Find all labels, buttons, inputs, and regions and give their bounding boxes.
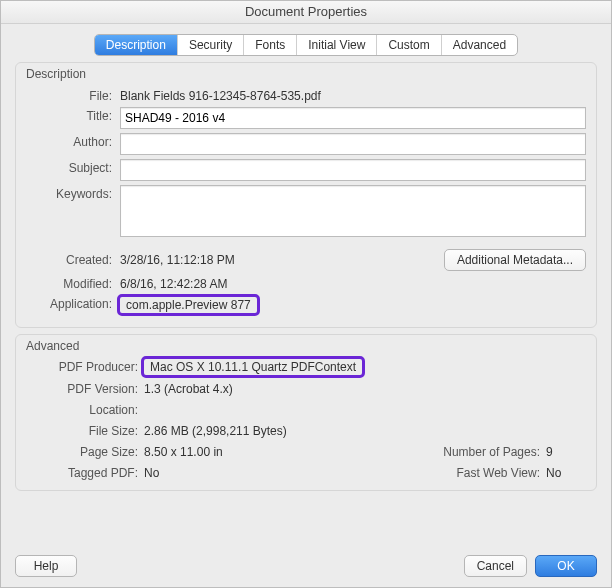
location-label: Location: — [26, 403, 144, 417]
producer-value: Mac OS X 10.11.1 Quartz PDFContext — [144, 359, 586, 375]
keywords-label: Keywords: — [26, 185, 112, 201]
tab-description[interactable]: Description — [95, 35, 178, 55]
application-label: Application: — [26, 295, 112, 311]
producer-highlight: Mac OS X 10.11.1 Quartz PDFContext — [144, 359, 362, 375]
author-input[interactable] — [120, 133, 586, 155]
title-label: Title: — [26, 107, 112, 123]
fastweb-label: Fast Web View: — [426, 466, 546, 480]
footer: Help Cancel OK — [1, 545, 611, 587]
document-properties-window: Document Properties Description Security… — [0, 0, 612, 588]
application-value: com.apple.Preview 877 — [120, 295, 586, 313]
file-label: File: — [26, 87, 112, 103]
additional-metadata-button[interactable]: Additional Metadata... — [444, 249, 586, 271]
version-label: PDF Version: — [26, 382, 144, 396]
version-value: 1.3 (Acrobat 4.x) — [144, 382, 586, 396]
tab-fonts[interactable]: Fonts — [244, 35, 297, 55]
tab-advanced[interactable]: Advanced — [442, 35, 517, 55]
numpages-value: 9 — [546, 445, 586, 459]
description-group: Description File: Blank Fields 916-12345… — [15, 62, 597, 328]
author-label: Author: — [26, 133, 112, 149]
tagged-value: No — [144, 466, 426, 480]
fastweb-value: No — [546, 466, 586, 480]
subject-input[interactable] — [120, 159, 586, 181]
application-highlight: com.apple.Preview 877 — [120, 297, 257, 313]
subject-label: Subject: — [26, 159, 112, 175]
tab-security[interactable]: Security — [178, 35, 244, 55]
tagged-label: Tagged PDF: — [26, 466, 144, 480]
description-legend: Description — [26, 67, 586, 81]
filesize-label: File Size: — [26, 424, 144, 438]
producer-label: PDF Producer: — [26, 360, 144, 374]
segmented-control: Description Security Fonts Initial View … — [94, 34, 518, 56]
modified-value: 6/8/16, 12:42:28 AM — [120, 275, 586, 291]
file-value: Blank Fields 916-12345-8764-535.pdf — [120, 87, 586, 103]
filesize-value: 2.86 MB (2,998,211 Bytes) — [144, 424, 586, 438]
pagesize-value: 8.50 x 11.00 in — [144, 445, 426, 459]
title-input[interactable] — [120, 107, 586, 129]
advanced-legend: Advanced — [26, 339, 586, 353]
numpages-label: Number of Pages: — [426, 445, 546, 459]
window-title: Document Properties — [1, 1, 611, 24]
cancel-button[interactable]: Cancel — [464, 555, 527, 577]
advanced-group: Advanced PDF Producer: Mac OS X 10.11.1 … — [15, 334, 597, 491]
tab-bar: Description Security Fonts Initial View … — [1, 34, 611, 56]
tab-custom[interactable]: Custom — [377, 35, 441, 55]
keywords-input[interactable] — [120, 185, 586, 237]
created-label: Created: — [26, 251, 112, 267]
ok-button[interactable]: OK — [535, 555, 597, 577]
help-button[interactable]: Help — [15, 555, 77, 577]
tab-initial-view[interactable]: Initial View — [297, 35, 377, 55]
modified-label: Modified: — [26, 275, 112, 291]
pagesize-label: Page Size: — [26, 445, 144, 459]
